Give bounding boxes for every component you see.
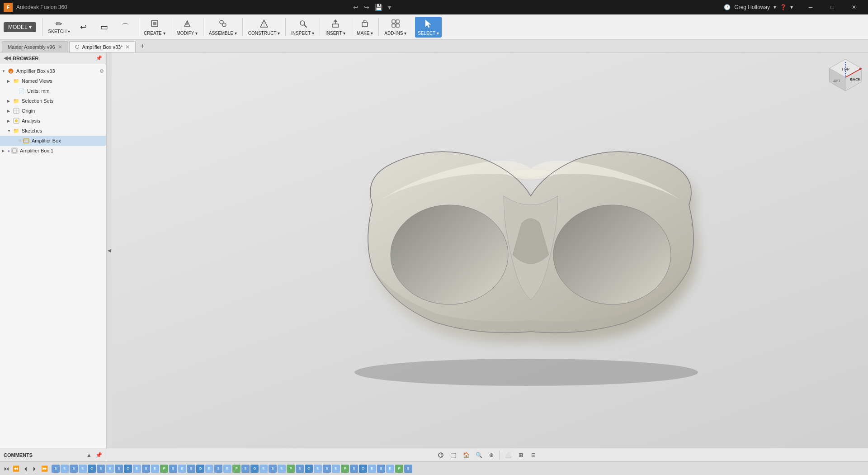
- tl-step-4[interactable]: E: [79, 465, 87, 473]
- expand-amp-1[interactable]: ▶: [2, 149, 7, 153]
- tl-step-40[interactable]: S: [404, 465, 412, 473]
- browser-panel-toggle[interactable]: ◀: [106, 52, 112, 448]
- tab-amplifier-close[interactable]: ✕: [125, 44, 130, 50]
- maximize-btn[interactable]: □: [822, 0, 843, 14]
- tree-units[interactable]: 📄 Units: mm: [0, 86, 106, 96]
- tl-step-31[interactable]: S: [323, 465, 331, 473]
- tl-step-21[interactable]: F: [232, 465, 241, 473]
- tab-master-assembly[interactable]: Master Assembly v96 ✕: [2, 41, 68, 52]
- viewport[interactable]: TOP LEFT BACK: [112, 52, 868, 448]
- assemble-btn[interactable]: ASSEMBLE ▾: [206, 17, 240, 38]
- tl-step-10[interactable]: E: [133, 465, 141, 473]
- root-settings-icon[interactable]: ⚙: [99, 68, 104, 74]
- expand-named-views[interactable]: ▶: [7, 79, 13, 83]
- tl-step-26[interactable]: E: [278, 465, 286, 473]
- timeline-next-btn[interactable]: ⏩: [41, 466, 48, 472]
- sketch-btn[interactable]: ✏ SKETCH ▾: [46, 18, 73, 36]
- arc-btn[interactable]: ⌒: [115, 21, 135, 33]
- tl-step-28[interactable]: S: [296, 465, 304, 473]
- nav-cube[interactable]: TOP LEFT BACK: [827, 57, 863, 93]
- tl-step-13[interactable]: F: [160, 465, 168, 473]
- browser-pin-btn[interactable]: 📌: [96, 55, 102, 61]
- browser-collapse-btn[interactable]: ◀◀: [4, 55, 11, 61]
- tl-step-6[interactable]: S: [97, 465, 105, 473]
- tl-step-12[interactable]: E: [151, 465, 159, 473]
- tl-step-24[interactable]: E: [259, 465, 268, 473]
- undo-sketch-btn[interactable]: ↩: [74, 21, 94, 33]
- close-btn[interactable]: ✕: [844, 0, 864, 14]
- tl-step-33[interactable]: F: [341, 465, 349, 473]
- redo-btn[interactable]: ↪: [362, 3, 371, 12]
- tl-step-14[interactable]: S: [169, 465, 177, 473]
- tl-step-3[interactable]: S: [70, 465, 78, 473]
- vp-home-btn[interactable]: 🏠: [461, 450, 472, 461]
- tl-step-15[interactable]: E: [178, 465, 186, 473]
- vp-display-btn[interactable]: ⬜: [503, 450, 514, 461]
- tl-step-2[interactable]: E: [61, 465, 69, 473]
- tree-root[interactable]: ▼ ● Amplifier Box v33 ⚙: [0, 66, 106, 76]
- help-dropdown[interactable]: ▾: [790, 4, 793, 10]
- timeline-play-rev-btn[interactable]: ⏴: [23, 466, 28, 472]
- comments-toggle[interactable]: ▲: [86, 452, 92, 458]
- expand-selection-sets[interactable]: ▶: [7, 99, 13, 103]
- tl-step-38[interactable]: E: [386, 465, 394, 473]
- model-dropdown[interactable]: MODEL ▾: [4, 22, 36, 32]
- vp-grid-btn[interactable]: ⊟: [528, 450, 539, 461]
- tl-step-19[interactable]: S: [214, 465, 222, 473]
- rect-btn[interactable]: ▭: [94, 21, 114, 33]
- minimize-btn[interactable]: ─: [800, 0, 821, 14]
- create-btn[interactable]: CREATE ▾: [141, 17, 168, 38]
- timeline-start-btn[interactable]: ⏮: [4, 466, 9, 472]
- expand-root[interactable]: ▼: [2, 69, 7, 73]
- inspect-btn[interactable]: INSPECT ▾: [288, 17, 317, 38]
- tl-step-5[interactable]: O: [88, 465, 96, 473]
- tl-step-30[interactable]: E: [314, 465, 322, 473]
- tl-step-20[interactable]: E: [223, 465, 231, 473]
- make-btn[interactable]: MAKE ▾: [354, 17, 376, 38]
- tl-step-25[interactable]: S: [269, 465, 277, 473]
- user-dropdown[interactable]: ▾: [774, 4, 776, 10]
- tl-step-11[interactable]: S: [142, 465, 150, 473]
- help-btn[interactable]: ❓: [780, 4, 787, 10]
- expand-analysis[interactable]: ▶: [7, 119, 13, 123]
- tl-step-32[interactable]: E: [332, 465, 340, 473]
- tl-step-16[interactable]: S: [187, 465, 195, 473]
- tab-master-close[interactable]: ✕: [58, 44, 62, 50]
- new-tab-btn[interactable]: +: [137, 42, 148, 50]
- tl-step-7[interactable]: E: [106, 465, 114, 473]
- tl-step-27[interactable]: F: [287, 465, 295, 473]
- tl-step-37[interactable]: S: [377, 465, 385, 473]
- expand-sketches[interactable]: ▼: [7, 129, 13, 133]
- tl-step-8[interactable]: S: [115, 465, 123, 473]
- save-btn[interactable]: 💾: [373, 3, 384, 12]
- tab-amplifier-box[interactable]: ⬡ Amplifier Box v33* ✕: [69, 41, 136, 52]
- tl-step-9[interactable]: O: [124, 465, 132, 473]
- tl-step-34[interactable]: S: [350, 465, 358, 473]
- tree-amplifier-box-1[interactable]: ▶ ● Amplifier Box:1: [0, 146, 106, 156]
- tl-step-17[interactable]: O: [196, 465, 204, 473]
- tree-origin[interactable]: ▶ Origin: [0, 106, 106, 116]
- tl-step-39[interactable]: F: [395, 465, 403, 473]
- tree-selection-sets[interactable]: ▶ 📁 Selection Sets: [0, 96, 106, 106]
- undo-btn[interactable]: ↩: [351, 3, 360, 12]
- tl-step-36[interactable]: E: [368, 465, 376, 473]
- tl-step-18[interactable]: E: [205, 465, 213, 473]
- insert-btn[interactable]: INSERT ▾: [323, 17, 348, 38]
- addins-btn[interactable]: ADD-INS ▾: [382, 17, 409, 38]
- timeline-prev-btn[interactable]: ⏪: [13, 466, 19, 472]
- tl-step-23[interactable]: O: [250, 465, 259, 473]
- tree-sketches[interactable]: ▼ 📁 Sketches: [0, 126, 106, 136]
- tl-step-22[interactable]: S: [241, 465, 250, 473]
- modify-btn[interactable]: MODIFY ▾: [174, 17, 200, 38]
- tree-amplifier-box-sketch[interactable]: 👁 Amplifier Box: [0, 136, 106, 146]
- tree-named-views[interactable]: ▶ 📁 Named Views: [0, 76, 106, 86]
- tl-step-29[interactable]: O: [305, 465, 313, 473]
- tl-step-35[interactable]: O: [359, 465, 367, 473]
- vp-visual-btn[interactable]: ⊞: [515, 450, 526, 461]
- construct-btn[interactable]: CONSTRUCT ▾: [245, 17, 283, 38]
- select-btn[interactable]: SELECT ▾: [415, 17, 442, 38]
- expand-origin[interactable]: ▶: [7, 109, 13, 113]
- vp-zoom-btn[interactable]: 🔍: [473, 450, 484, 461]
- vp-fit-btn[interactable]: ⬚: [448, 450, 459, 461]
- tl-step-1[interactable]: S: [52, 465, 60, 473]
